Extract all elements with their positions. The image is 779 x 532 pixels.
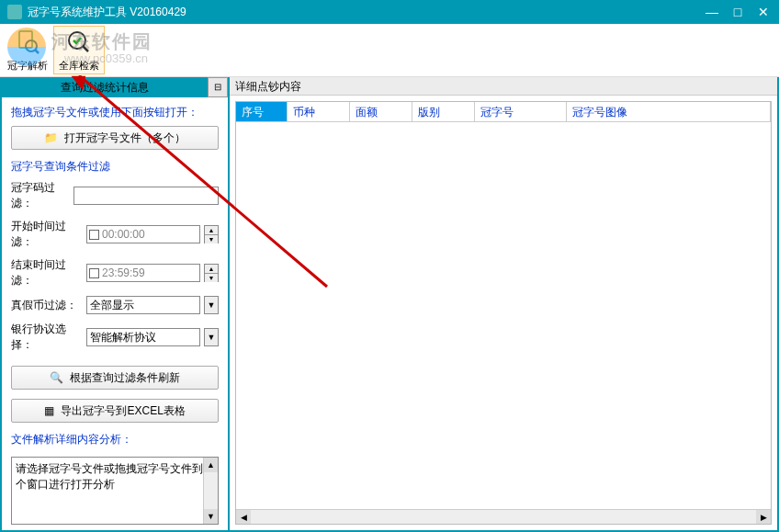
left-panel: 查询过滤统计信息 ⊟ 拖拽冠字号文件或使用下面按钮打开： 📁 打开冠字号文件（多… [2,77,230,530]
col-index[interactable]: 序号 [236,102,288,122]
start-time-input[interactable]: 00:00:00 [86,225,200,243]
window-title: 冠字号系统维护工具 V20160429 [28,5,704,20]
maximize-button[interactable]: □ [729,5,746,19]
grid-header-row: 序号 币种 面额 版别 冠字号 冠字号图像 [236,102,771,122]
left-panel-body: 拖拽冠字号文件或使用下面按钮打开： 📁 打开冠字号文件（多个） 冠字号查询条件过… [2,97,228,530]
bank-protocol-row: 银行协议选择： 智能解析协议 ▼ [11,322,219,353]
toolbar-search-all-label: 全库检索 [59,59,99,73]
auth-filter-select[interactable]: 全部显示 [86,296,200,314]
right-panel-header: 详细点钞内容 [230,77,777,96]
code-filter-row: 冠字码过滤： [11,180,219,211]
left-panel-header: 查询过滤统计信息 ⊟ [2,77,228,97]
col-image[interactable]: 冠字号图像 [567,102,771,122]
col-serial[interactable]: 冠字号 [475,102,567,122]
detail-scrollbar[interactable]: ▲ ▼ [203,458,218,524]
search-doc-icon [13,28,42,57]
check-circle-icon [64,28,94,57]
start-time-checkbox[interactable] [89,230,99,240]
col-edition[interactable]: 版别 [412,102,475,122]
end-time-spinner[interactable]: ▲▼ [204,264,219,282]
minimize-button[interactable]: — [704,5,720,19]
toolbar-search-all-button[interactable]: 全库检索 [53,26,105,74]
detail-textarea[interactable]: 请选择冠字号文件或拖拽冠字号文件到这个窗口进行打开分析 ▲ ▼ [11,457,219,525]
folder-open-icon: 📁 [44,131,58,144]
refresh-icon: 🔍 [50,371,63,384]
end-time-row: 结束时间过滤： 23:59:59 ▲▼ [11,257,219,289]
open-files-button[interactable]: 📁 打开冠字号文件（多个） [11,126,219,150]
svg-line-4 [83,46,88,51]
scroll-left-icon[interactable]: ◀ [236,510,251,524]
auth-filter-label: 真假币过滤： [11,298,83,313]
toolbar-parse-label: 冠字解析 [7,59,48,73]
start-time-spinner[interactable]: ▲▼ [204,225,219,243]
bank-protocol-select[interactable]: 智能解析协议 [86,328,200,346]
toolbar-parse-button[interactable]: 冠字解析 [2,26,53,74]
export-excel-button[interactable]: ▦ 导出冠字号到EXCEL表格 [11,399,219,423]
bank-protocol-arrow[interactable]: ▼ [204,328,219,346]
titlebar: 冠字号系统维护工具 V20160429 — □ ✕ [0,0,779,24]
end-time-input[interactable]: 23:59:59 [86,264,200,282]
grid-body [236,122,771,524]
app-icon [7,5,22,19]
start-time-row: 开始时间过滤： 00:00:00 ▲▼ [11,219,219,250]
pin-button[interactable]: ⊟ [208,77,228,97]
auth-filter-arrow[interactable]: ▼ [204,296,219,314]
table-export-icon: ▦ [44,404,54,417]
scroll-right-icon[interactable]: ▶ [756,510,771,524]
code-filter-input[interactable] [73,187,219,205]
grid-h-scrollbar[interactable]: ◀ ▶ [236,509,771,524]
scroll-track[interactable] [251,510,756,524]
col-denom[interactable]: 面额 [350,102,412,122]
content-area: 查询过滤统计信息 ⊟ 拖拽冠字号文件或使用下面按钮打开： 📁 打开冠字号文件（多… [0,77,779,532]
refresh-button[interactable]: 🔍 根据查询过滤条件刷新 [11,366,219,390]
scroll-up-icon[interactable]: ▲ [204,458,218,472]
start-time-label: 开始时间过滤： [11,219,83,250]
window-controls: — □ ✕ [704,5,772,19]
filter-section-label: 冠字号查询条件过滤 [11,159,219,175]
end-time-checkbox[interactable] [89,268,99,278]
code-filter-label: 冠字码过滤： [11,180,70,211]
auth-filter-row: 真假币过滤： 全部显示 ▼ [11,296,219,314]
svg-line-2 [35,50,39,53]
end-time-label: 结束时间过滤： [11,257,83,289]
drag-hint-label: 拖拽冠字号文件或使用下面按钮打开： [11,105,219,120]
data-grid: 序号 币种 面额 版别 冠字号 冠字号图像 ◀ ▶ [235,101,772,525]
left-panel-title: 查询过滤统计信息 [2,77,208,97]
bank-protocol-label: 银行协议选择： [11,322,83,353]
close-button[interactable]: ✕ [755,5,772,19]
detail-section-label: 文件解析详细内容分析： [11,432,219,447]
table-container: 序号 币种 面额 版别 冠字号 冠字号图像 ◀ ▶ [230,96,777,530]
scroll-down-icon[interactable]: ▼ [204,509,218,524]
col-currency[interactable]: 币种 [288,102,350,122]
toolbar: 冠字解析 全库检索 [0,24,779,77]
right-panel: 详细点钞内容 序号 币种 面额 版别 冠字号 冠字号图像 ◀ ▶ [230,77,777,530]
